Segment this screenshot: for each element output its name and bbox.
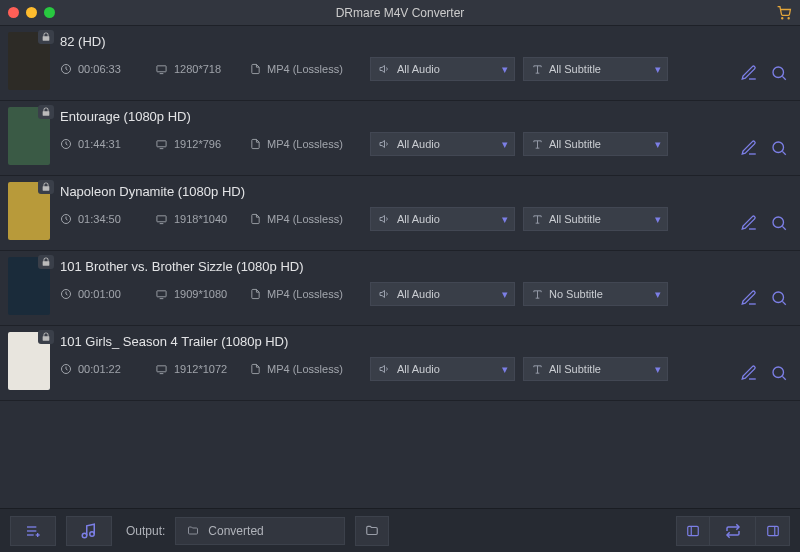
- browse-output-button[interactable]: [355, 516, 389, 546]
- output-path-value: Converted: [208, 524, 263, 538]
- chevron-down-icon: ▾: [502, 63, 508, 76]
- text-icon: [532, 364, 543, 375]
- monitor-icon: [155, 64, 168, 75]
- lock-icon: [38, 180, 54, 194]
- lock-icon: [38, 30, 54, 44]
- video-title: Entourage (1080p HD): [60, 109, 730, 124]
- edit-button[interactable]: [740, 139, 758, 157]
- svg-point-48: [90, 531, 95, 536]
- video-title: Napoleon Dynamite (1080p HD): [60, 184, 730, 199]
- chevron-down-icon: ▾: [502, 363, 508, 376]
- chevron-down-icon: ▾: [655, 138, 661, 151]
- search-button[interactable]: [770, 364, 788, 382]
- search-button[interactable]: [770, 64, 788, 82]
- svg-line-9: [782, 76, 785, 79]
- duration-value: 00:01:00: [78, 288, 121, 300]
- svg-point-40: [773, 367, 784, 378]
- close-window-button[interactable]: [8, 7, 19, 18]
- lock-icon: [38, 105, 54, 119]
- resolution-value: 1918*1040: [174, 213, 227, 225]
- format-value: MP4 (Lossless): [267, 138, 343, 150]
- duration-value: 01:34:50: [78, 213, 121, 225]
- file-icon: [250, 288, 261, 300]
- svg-line-17: [782, 151, 785, 154]
- format-value: MP4 (Lossless): [267, 288, 343, 300]
- thumbnail[interactable]: [8, 32, 50, 90]
- svg-point-47: [82, 533, 87, 538]
- video-row: Napoleon Dynamite (1080p HD) 01:34:50 19…: [0, 176, 800, 251]
- subtitle-value: All Subtitle: [549, 138, 601, 150]
- lock-icon: [38, 330, 54, 344]
- edit-button[interactable]: [740, 64, 758, 82]
- text-icon: [532, 64, 543, 75]
- audio-select[interactable]: All Audio ▾: [370, 132, 515, 156]
- svg-marker-13: [380, 141, 385, 148]
- thumbnail[interactable]: [8, 257, 50, 315]
- footer-bar: Output: Converted: [0, 508, 800, 552]
- subtitle-value: No Subtitle: [549, 288, 603, 300]
- thumbnail[interactable]: [8, 332, 50, 390]
- add-music-button[interactable]: [66, 516, 112, 546]
- output-label: Output:: [126, 524, 165, 538]
- chevron-down-icon: ▾: [502, 213, 508, 226]
- subtitle-select[interactable]: No Subtitle ▾: [523, 282, 668, 306]
- duration-value: 00:01:22: [78, 363, 121, 375]
- maximize-window-button[interactable]: [44, 7, 55, 18]
- file-icon: [250, 213, 261, 225]
- right-panel-button[interactable]: [756, 516, 790, 546]
- subtitle-select[interactable]: All Subtitle ▾: [523, 132, 668, 156]
- svg-marker-37: [380, 366, 385, 373]
- audio-select[interactable]: All Audio ▾: [370, 207, 515, 231]
- file-icon: [250, 63, 261, 75]
- thumbnail[interactable]: [8, 182, 50, 240]
- add-list-button[interactable]: [10, 516, 56, 546]
- resolution-value: 1909*1080: [174, 288, 227, 300]
- text-icon: [532, 139, 543, 150]
- edit-button[interactable]: [740, 364, 758, 382]
- audio-select[interactable]: All Audio ▾: [370, 357, 515, 381]
- left-panel-button[interactable]: [676, 516, 710, 546]
- video-row: Entourage (1080p HD) 01:44:31 1912*796 M…: [0, 101, 800, 176]
- lock-icon: [38, 255, 54, 269]
- subtitle-select[interactable]: All Subtitle ▾: [523, 357, 668, 381]
- speaker-icon: [379, 138, 391, 150]
- audio-select[interactable]: All Audio ▾: [370, 57, 515, 81]
- audio-value: All Audio: [397, 288, 440, 300]
- chevron-down-icon: ▾: [502, 138, 508, 151]
- edit-button[interactable]: [740, 289, 758, 307]
- audio-select[interactable]: All Audio ▾: [370, 282, 515, 306]
- search-button[interactable]: [770, 289, 788, 307]
- svg-marker-5: [380, 66, 385, 73]
- cart-icon[interactable]: [776, 6, 792, 20]
- svg-rect-27: [157, 290, 166, 296]
- subtitle-select[interactable]: All Subtitle ▾: [523, 207, 668, 231]
- svg-point-0: [782, 17, 783, 18]
- svg-rect-3: [157, 65, 166, 71]
- thumbnail[interactable]: [8, 107, 50, 165]
- clock-icon: [60, 213, 72, 225]
- video-row: 101 Brother vs. Brother Sizzle (1080p HD…: [0, 251, 800, 326]
- convert-button[interactable]: [710, 516, 756, 546]
- resolution-value: 1280*718: [174, 63, 221, 75]
- subtitle-select[interactable]: All Subtitle ▾: [523, 57, 668, 81]
- svg-rect-35: [157, 365, 166, 371]
- svg-marker-29: [380, 291, 385, 298]
- monitor-icon: [155, 289, 168, 300]
- chevron-down-icon: ▾: [655, 288, 661, 301]
- audio-value: All Audio: [397, 213, 440, 225]
- svg-rect-11: [157, 140, 166, 146]
- clock-icon: [60, 138, 72, 150]
- search-button[interactable]: [770, 214, 788, 232]
- duration-value: 01:44:31: [78, 138, 121, 150]
- speaker-icon: [379, 363, 391, 375]
- svg-point-16: [773, 142, 784, 153]
- edit-button[interactable]: [740, 214, 758, 232]
- minimize-window-button[interactable]: [26, 7, 37, 18]
- file-icon: [250, 138, 261, 150]
- svg-point-1: [788, 17, 789, 18]
- svg-point-8: [773, 67, 784, 78]
- output-path-field[interactable]: Converted: [175, 517, 345, 545]
- video-row: 82 (HD) 00:06:33 1280*718 MP4 (Lossless)…: [0, 26, 800, 101]
- svg-line-41: [782, 376, 785, 379]
- search-button[interactable]: [770, 139, 788, 157]
